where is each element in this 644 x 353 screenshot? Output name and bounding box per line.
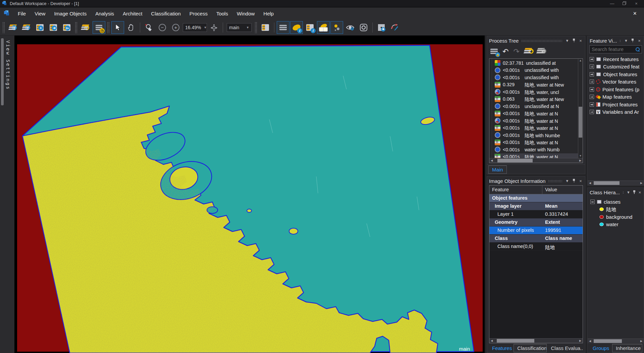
panel-drag-handle[interactable] xyxy=(623,191,624,194)
process-tree-row[interactable]: <0.001s water with Numb xyxy=(494,146,578,153)
save-project-button[interactable]: ▪ xyxy=(20,21,33,34)
scroll-right-icon[interactable]: ▶ xyxy=(639,182,644,185)
menu-file[interactable]: File xyxy=(13,9,30,18)
process-tree-main-tab[interactable]: Main xyxy=(488,165,507,174)
load-ruleset-button[interactable]: ◷ xyxy=(79,21,92,34)
process-tree-row[interactable]: 02:37.781 unclassified at xyxy=(494,59,578,67)
menu-analysis[interactable]: Analysis xyxy=(91,9,118,18)
side-by-side-view-button[interactable]: i xyxy=(304,21,316,34)
panel-pin-button[interactable] xyxy=(572,179,576,183)
class-hierarchy-tab[interactable]: Groups xyxy=(589,344,611,352)
tree-lock-button[interactable]: 🔒 xyxy=(490,48,498,55)
ruleset-stack-button[interactable]: ◆ xyxy=(524,48,532,55)
process-tree-row[interactable]: <0.001s 陆地 with Numbe xyxy=(494,132,578,139)
feature-search-box[interactable] xyxy=(589,45,642,53)
feature-tree-item[interactable]: Point features (p xyxy=(590,86,644,93)
process-tree-row[interactable]: <0.001s 陆地, water at N xyxy=(494,117,578,124)
panel-close-button[interactable]: × xyxy=(638,190,642,195)
process-tree-vscrollbar[interactable]: ▲ ▼ xyxy=(578,59,583,158)
process-tree-row[interactable]: <0.001s unclassified with xyxy=(494,74,578,81)
process-tree-row[interactable]: <0.001s 陆地, water at N xyxy=(494,124,578,132)
map-select[interactable]: main ▼ xyxy=(227,23,252,32)
process-tree-hscrollbar[interactable]: ◀ ▶ xyxy=(489,158,583,163)
ioi-tab[interactable]: Classification xyxy=(514,344,546,352)
ioi-row[interactable]: Image layer Mean xyxy=(489,202,583,210)
scroll-right-icon[interactable]: ▶ xyxy=(578,159,583,162)
process-tree-row[interactable]: 0.329 陆地, water at New xyxy=(494,81,578,89)
process-tree-row[interactable]: <0.001s unclassified with xyxy=(494,67,578,74)
ioi-row[interactable]: Class name(0,0) 陆地 xyxy=(489,243,583,251)
scroll-left-icon[interactable]: ◀ xyxy=(489,159,494,162)
feature-tree-item[interactable]: Variables and Ar xyxy=(590,108,644,116)
scroll-left-icon[interactable]: ◀ xyxy=(588,340,592,343)
ioi-row[interactable]: Class Class name xyxy=(489,235,583,243)
classified-image[interactable] xyxy=(14,36,485,353)
panel-drag-handle[interactable] xyxy=(548,180,562,182)
scroll-down-icon[interactable]: ▼ xyxy=(579,154,582,158)
add-map-button[interactable]: + xyxy=(34,21,46,34)
ioi-tab[interactable]: Features xyxy=(488,344,513,352)
expand-icon[interactable] xyxy=(590,57,594,61)
scroll-up-icon[interactable]: ▲ xyxy=(579,59,582,63)
ioi-row[interactable]: Layer 1 0.3317424 xyxy=(489,210,583,218)
panel-drag-handle[interactable] xyxy=(521,40,562,42)
scroll-left-icon[interactable]: ◀ xyxy=(588,182,592,185)
menu-image-objects[interactable]: Image Objects xyxy=(50,9,91,18)
import-scene-button[interactable]: ➜ xyxy=(47,21,60,34)
undo-button[interactable]: ↶ xyxy=(502,48,508,55)
scroll-right-icon[interactable]: ▶ xyxy=(578,339,583,342)
class-item[interactable]: background xyxy=(590,213,644,221)
class-item[interactable]: 陆地 xyxy=(590,206,644,213)
feature-tree-item[interactable]: Customized feat xyxy=(590,63,644,71)
zoom-area-button[interactable] xyxy=(143,21,155,34)
feature-tree-item[interactable]: Project features xyxy=(590,101,644,108)
view-settings-tab-bar[interactable] xyxy=(1,38,4,105)
menu-tools[interactable]: Tools xyxy=(212,9,232,18)
navigate-button[interactable] xyxy=(208,21,220,34)
panel-pin-button[interactable] xyxy=(632,190,636,195)
class-item[interactable]: water xyxy=(590,221,644,229)
toolbar-grip[interactable] xyxy=(2,22,5,33)
panel-close-button[interactable]: × xyxy=(578,38,583,43)
process-tree-row[interactable]: <0.001s 陆地, water at N xyxy=(494,110,578,117)
view-settings-tab[interactable]: View Settings xyxy=(5,40,11,90)
show-classification-button[interactable] xyxy=(317,21,330,34)
menu-help[interactable]: Help xyxy=(259,9,278,18)
process-tree-row[interactable]: 0.063 陆地, water at New xyxy=(494,96,578,103)
panel-close-button[interactable]: × xyxy=(578,179,583,184)
edit-threshold-button[interactable] xyxy=(388,21,401,34)
select-tool-button[interactable] xyxy=(111,21,124,34)
zoom-in-button[interactable]: + xyxy=(169,21,182,34)
collapse-icon[interactable] xyxy=(590,200,595,204)
process-tree-row[interactable]: <0.001s 陆地, water at N xyxy=(494,139,578,146)
process-tree-toggle-button[interactable]: ◷ xyxy=(93,21,105,34)
document-close-button[interactable]: × xyxy=(628,10,641,17)
new-project-button[interactable]: + xyxy=(7,21,19,34)
ioi-row[interactable]: Number of pixels 199591 xyxy=(489,226,583,235)
feature-view-hscrollbar[interactable]: ◀ ▶ xyxy=(588,181,644,185)
menu-classification[interactable]: Classification xyxy=(147,9,185,18)
toolbar-grip[interactable] xyxy=(255,22,257,33)
panel-pin-button[interactable] xyxy=(630,38,635,43)
panel-drag-handle[interactable] xyxy=(620,40,621,42)
menu-architect[interactable]: Architect xyxy=(118,9,147,18)
open-project-button[interactable]: ▻ xyxy=(60,21,73,34)
zoom-level-select[interactable]: 16.49% ▼ xyxy=(183,23,207,32)
toolbar-grip[interactable] xyxy=(107,22,110,33)
panel-menu-button[interactable]: ▼ xyxy=(627,190,630,194)
feature-tree-item[interactable]: Vector features xyxy=(590,78,644,86)
menu-view[interactable]: View xyxy=(30,9,50,18)
class-hierarchy-tab[interactable]: Inheritance xyxy=(612,344,642,352)
expand-icon[interactable] xyxy=(590,80,594,84)
view-classification-button[interactable]: i xyxy=(290,21,303,34)
menu-process[interactable]: Process xyxy=(185,9,212,18)
toolbar-grip[interactable] xyxy=(75,22,77,33)
single-layout-button[interactable] xyxy=(259,21,272,34)
expand-icon[interactable] xyxy=(590,95,594,99)
minimize-button[interactable]: — xyxy=(610,1,614,6)
scroll-left-icon[interactable]: ◀ xyxy=(489,339,494,342)
ioi-row[interactable]: Object features xyxy=(489,194,583,202)
expand-icon[interactable] xyxy=(590,102,594,107)
expand-icon[interactable] xyxy=(590,72,594,77)
feature-search-input[interactable] xyxy=(592,47,634,52)
